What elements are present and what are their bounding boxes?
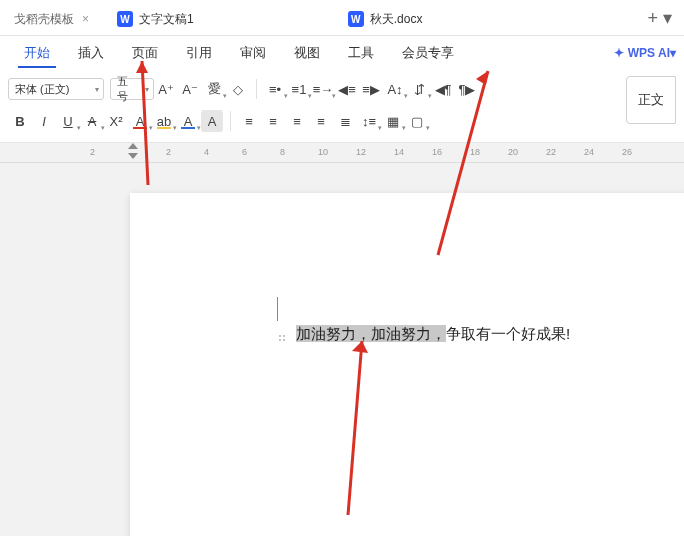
- svg-marker-9: [476, 71, 488, 85]
- spark-icon: ✦: [614, 46, 624, 60]
- multilevel-list-icon[interactable]: ≡→: [312, 78, 334, 100]
- ruler-tick: 8: [280, 147, 285, 157]
- menu-bar: 开始 插入 页面 引用 审阅 视图 工具 会员专享 ✦WPS AI ▾: [0, 36, 684, 70]
- chevron-down-icon: ▾: [95, 85, 99, 94]
- align-center-icon[interactable]: ≡: [262, 110, 284, 132]
- document-tabs: 戈稻壳模板 × W 文字文稿1 W 秋天.docx + ▾: [0, 0, 684, 36]
- bold-icon[interactable]: B: [9, 110, 31, 132]
- ruler-tick: 22: [546, 147, 556, 157]
- svg-marker-7: [136, 61, 148, 73]
- separator: [256, 79, 257, 99]
- svg-point-2: [279, 335, 281, 337]
- line-spacing-icon[interactable]: ↕≡: [358, 110, 380, 132]
- menu-review[interactable]: 审阅: [226, 36, 280, 70]
- horizontal-ruler[interactable]: 2 2 4 6 8 10 12 14 16 18 20 22 24 26: [0, 143, 684, 163]
- tab-doc1[interactable]: W 文字文稿1: [107, 4, 204, 34]
- align-left-icon[interactable]: ≡: [238, 110, 260, 132]
- menu-tools[interactable]: 工具: [334, 36, 388, 70]
- paragraph-handle-icon[interactable]: [278, 330, 288, 340]
- ruler-tick: 10: [318, 147, 328, 157]
- ruler-tick: 24: [584, 147, 594, 157]
- menu-ref[interactable]: 引用: [172, 36, 226, 70]
- svg-point-3: [283, 335, 285, 337]
- underline-icon[interactable]: U: [57, 110, 79, 132]
- ruler-tick: 12: [356, 147, 366, 157]
- new-tab-button[interactable]: + ▾: [635, 7, 684, 29]
- tab-label: 文字文稿1: [139, 11, 194, 28]
- annotation-arrow: [130, 53, 170, 193]
- svg-line-8: [438, 71, 488, 255]
- close-icon[interactable]: ×: [82, 12, 89, 26]
- tab-template[interactable]: 戈稻壳模板 ×: [4, 4, 99, 34]
- ribbon-toolbar: 宋体 (正文)▾ 五号▾ A⁺ A⁻ 愛 ◇ ≡• ≡1 ≡→ ◀≡ ≡▶ A↕…: [0, 70, 684, 143]
- svg-marker-11: [352, 341, 368, 353]
- clear-format-icon[interactable]: ◇: [227, 78, 249, 100]
- decrease-font-icon[interactable]: A⁻: [179, 78, 201, 100]
- ruler-tick: 26: [622, 147, 632, 157]
- menu-insert[interactable]: 插入: [64, 36, 118, 70]
- svg-line-6: [142, 61, 148, 185]
- decrease-indent-icon[interactable]: ◀≡: [336, 78, 358, 100]
- menu-start[interactable]: 开始: [10, 36, 64, 70]
- tab-doc2[interactable]: W 秋天.docx: [338, 4, 433, 34]
- tab-label: 秋天.docx: [370, 11, 423, 28]
- change-case-icon[interactable]: 愛: [203, 78, 225, 100]
- italic-icon[interactable]: I: [33, 110, 55, 132]
- style-normal-button[interactable]: 正文: [626, 76, 676, 124]
- separator: [230, 111, 231, 131]
- distribute-icon[interactable]: ≣: [334, 110, 356, 132]
- svg-point-4: [279, 339, 281, 341]
- borders-icon[interactable]: ▢: [406, 110, 428, 132]
- superscript-icon[interactable]: X²: [105, 110, 127, 132]
- ruler-tick: 20: [508, 147, 518, 157]
- document-canvas: 加油努力，加油努力，争取有一个好成果!: [0, 163, 684, 536]
- word-icon: W: [117, 11, 133, 27]
- bullet-list-icon[interactable]: ≡•: [264, 78, 286, 100]
- increase-indent-icon[interactable]: ≡▶: [360, 78, 382, 100]
- strikethrough-icon[interactable]: A: [81, 110, 103, 132]
- annotation-arrow: [320, 333, 380, 523]
- align-justify-icon[interactable]: ≡: [310, 110, 332, 132]
- wps-ai-button[interactable]: ✦WPS AI ▾: [614, 46, 676, 60]
- svg-line-10: [348, 341, 362, 515]
- shading-icon[interactable]: ▦: [382, 110, 404, 132]
- sort-icon[interactable]: ⇵: [408, 78, 430, 100]
- annotation-arrow: [428, 63, 508, 263]
- ruler-tick: 4: [204, 147, 209, 157]
- number-list-icon[interactable]: ≡1: [288, 78, 310, 100]
- page[interactable]: 加油努力，加油努力，争取有一个好成果!: [130, 193, 684, 536]
- svg-point-5: [283, 339, 285, 341]
- ruler-tick: 14: [394, 147, 404, 157]
- ruler-tick: 6: [242, 147, 247, 157]
- tab-label: 戈稻壳模板: [14, 11, 74, 28]
- font-family-select[interactable]: 宋体 (正文)▾: [8, 78, 104, 100]
- unselected-text: 争取有一个好成果!: [446, 325, 570, 342]
- text-cursor: [277, 297, 278, 321]
- align-right-icon[interactable]: ≡: [286, 110, 308, 132]
- text-direction-icon[interactable]: A↕: [384, 78, 406, 100]
- font-color-icon[interactable]: A: [177, 110, 199, 132]
- word-icon: W: [348, 11, 364, 27]
- menu-view[interactable]: 视图: [280, 36, 334, 70]
- ruler-tick: 2: [90, 147, 95, 157]
- char-shading-icon[interactable]: A: [201, 110, 223, 132]
